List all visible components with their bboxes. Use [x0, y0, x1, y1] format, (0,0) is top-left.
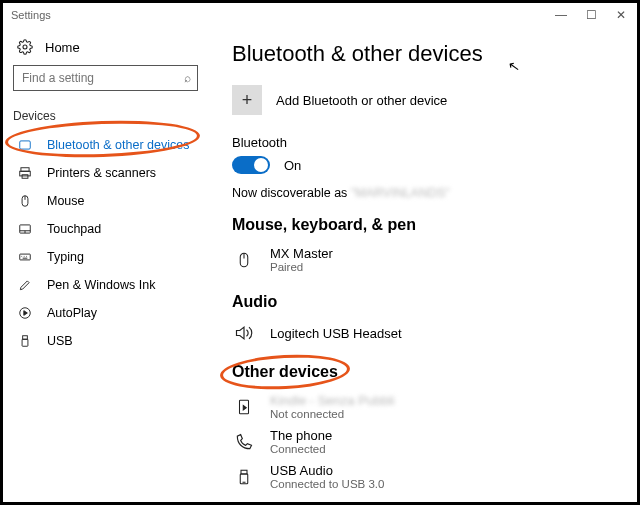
- svg-rect-24: [241, 470, 247, 474]
- device-name: The phone: [270, 428, 332, 443]
- sidebar-item-label: Typing: [47, 250, 84, 264]
- sidebar-item-usb[interactable]: USB: [13, 327, 198, 355]
- svg-rect-1: [20, 141, 31, 149]
- phone-icon: [232, 432, 256, 452]
- maximize-button[interactable]: ☐: [583, 8, 599, 22]
- home-link[interactable]: Home: [13, 35, 198, 65]
- sidebar-item-label: AutoPlay: [47, 306, 97, 320]
- window-controls: — ☐ ✕: [553, 8, 629, 22]
- titlebar: Settings — ☐ ✕: [3, 3, 637, 27]
- svg-rect-18: [22, 339, 28, 346]
- bluetooth-label: Bluetooth: [232, 135, 617, 150]
- minimize-button[interactable]: —: [553, 8, 569, 22]
- sidebar-item-label: USB: [47, 334, 73, 348]
- svg-marker-23: [243, 405, 246, 410]
- device-row[interactable]: MX Master Paired: [232, 242, 617, 277]
- add-device-label: Add Bluetooth or other device: [276, 93, 447, 108]
- search-input[interactable]: ⌕: [13, 65, 198, 91]
- sidebar-item-touchpad[interactable]: Touchpad: [13, 215, 198, 243]
- device-name: MX Master: [270, 246, 333, 261]
- svg-rect-10: [20, 254, 31, 260]
- sidebar-item-printers[interactable]: Printers & scanners: [13, 159, 198, 187]
- touchpad-icon: [17, 222, 33, 236]
- settings-window: Settings — ☐ ✕ Home ⌕ Devices Bluetooth: [0, 0, 640, 505]
- mouse-device-icon: [232, 249, 256, 271]
- svg-rect-2: [21, 168, 29, 172]
- tablet-device-icon: [232, 397, 256, 417]
- discover-prefix: Now discoverable as: [232, 186, 347, 200]
- sidebar-item-bluetooth[interactable]: Bluetooth & other devices: [13, 131, 198, 159]
- device-status: Connected: [270, 443, 332, 455]
- sidebar-item-label: Bluetooth & other devices: [47, 138, 189, 152]
- device-status: Paired: [270, 261, 333, 273]
- bluetooth-toggle[interactable]: [232, 156, 270, 174]
- sidebar-item-label: Touchpad: [47, 222, 101, 236]
- toggle-state-label: On: [284, 158, 301, 173]
- sidebar: Home ⌕ Devices Bluetooth & other devices…: [3, 27, 208, 502]
- svg-marker-21: [237, 327, 245, 339]
- sidebar-item-label: Printers & scanners: [47, 166, 156, 180]
- add-button[interactable]: +: [232, 85, 262, 115]
- sidebar-item-mouse[interactable]: Mouse: [13, 187, 198, 215]
- device-name: USB Audio: [270, 463, 384, 478]
- pen-icon: [17, 278, 33, 292]
- usb-device-icon: [232, 467, 256, 487]
- device-row[interactable]: Logitech USB Headset: [232, 319, 617, 347]
- sidebar-item-label: Pen & Windows Ink: [47, 278, 155, 292]
- discoverable-text: Now discoverable as "MARVINLANDS": [232, 186, 617, 200]
- section-mouse-keyboard-pen: Mouse, keyboard, & pen: [232, 216, 617, 234]
- device-row[interactable]: The phone Connected: [232, 424, 617, 459]
- device-row[interactable]: USB Audio Connected to USB 3.0: [232, 459, 617, 494]
- tablet-icon: [17, 138, 33, 152]
- sidebar-item-typing[interactable]: Typing: [13, 243, 198, 271]
- content-area: Bluetooth & other devices + Add Bluetoot…: [208, 27, 637, 502]
- window-title: Settings: [11, 9, 51, 21]
- bluetooth-toggle-row: On: [232, 156, 617, 174]
- device-row[interactable]: Kindle - Senza Pubbli Not connected: [232, 389, 617, 424]
- sidebar-item-pen[interactable]: Pen & Windows Ink: [13, 271, 198, 299]
- speaker-icon: [232, 323, 256, 343]
- device-status: Connected to USB 3.0: [270, 478, 384, 490]
- add-device-row[interactable]: + Add Bluetooth or other device: [232, 85, 617, 115]
- gear-icon: [17, 39, 33, 55]
- keyboard-icon: [17, 250, 33, 264]
- sidebar-item-autoplay[interactable]: AutoPlay: [13, 299, 198, 327]
- svg-marker-16: [24, 311, 27, 316]
- device-name: Logitech USB Headset: [270, 326, 402, 341]
- discover-name: "MARVINLANDS": [351, 186, 450, 200]
- home-label: Home: [45, 40, 80, 55]
- search-icon: ⌕: [184, 71, 191, 85]
- section-other-devices: Other devices: [232, 363, 617, 381]
- page-title: Bluetooth & other devices: [232, 41, 617, 67]
- autoplay-icon: [17, 306, 33, 320]
- svg-rect-4: [22, 175, 28, 179]
- printer-icon: [17, 166, 33, 180]
- svg-point-0: [23, 45, 27, 49]
- close-button[interactable]: ✕: [613, 8, 629, 22]
- section-audio: Audio: [232, 293, 617, 311]
- mouse-icon: [17, 194, 33, 208]
- search-field[interactable]: [20, 70, 170, 86]
- sidebar-item-label: Mouse: [47, 194, 85, 208]
- sidebar-section-title: Devices: [13, 109, 198, 123]
- usb-icon: [17, 334, 33, 348]
- device-name: Kindle - Senza Pubbli: [270, 393, 394, 408]
- plus-icon: +: [242, 90, 253, 111]
- svg-rect-3: [20, 171, 31, 176]
- device-status: Not connected: [270, 408, 394, 420]
- svg-rect-17: [23, 336, 28, 340]
